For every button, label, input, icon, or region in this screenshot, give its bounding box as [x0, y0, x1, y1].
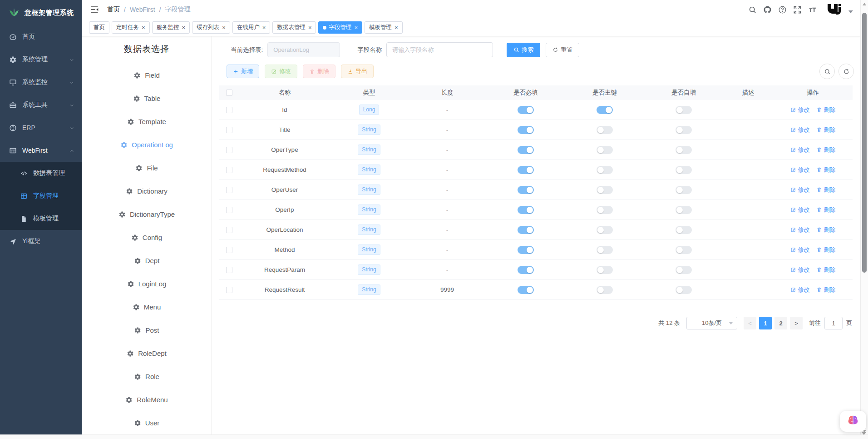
delete-link[interactable]: 删除: [816, 166, 836, 174]
row-checkbox[interactable]: [226, 127, 232, 133]
vertical-scrollbar[interactable]: [860, 0, 868, 434]
tree-item-Dictionary[interactable]: Dictionary: [82, 180, 212, 203]
tab-数据表管理[interactable]: 数据表管理 ×: [272, 21, 316, 34]
select-all-checkbox[interactable]: [226, 90, 232, 96]
primary-key-toggle[interactable]: [597, 126, 613, 134]
help-icon[interactable]: [778, 5, 787, 14]
close-icon[interactable]: ×: [222, 25, 226, 30]
sidebar-item-home[interactable]: 首页: [0, 25, 82, 48]
tree-item-Table[interactable]: Table: [82, 87, 212, 110]
required-toggle[interactable]: [518, 206, 534, 214]
auto-increment-toggle[interactable]: [676, 186, 692, 194]
edit-button[interactable]: 修改: [265, 65, 297, 78]
page-size-select[interactable]: 10条/页: [686, 317, 737, 329]
collapse-caret-icon[interactable]: [861, 432, 867, 435]
table-search-icon[interactable]: [819, 64, 835, 79]
tab-在线用户[interactable]: 在线用户 ×: [232, 21, 271, 34]
tree-item-RoleMenu[interactable]: RoleMenu: [82, 388, 212, 411]
edit-link[interactable]: 修改: [790, 226, 810, 234]
tab-模板管理[interactable]: 模板管理 ×: [365, 21, 403, 34]
tree-item-LoginLog[interactable]: LoginLog: [82, 272, 212, 295]
scrollbar-thumb[interactable]: [862, 13, 867, 273]
tree-item-Menu[interactable]: Menu: [82, 295, 212, 319]
close-icon[interactable]: ×: [182, 25, 186, 30]
row-checkbox[interactable]: [226, 267, 232, 273]
row-checkbox[interactable]: [226, 227, 232, 233]
close-icon[interactable]: ×: [308, 25, 312, 30]
delete-link[interactable]: 删除: [816, 266, 836, 274]
tree-item-Config[interactable]: Config: [82, 226, 212, 249]
row-checkbox[interactable]: [226, 207, 232, 213]
row-checkbox[interactable]: [226, 147, 232, 153]
table-refresh-icon[interactable]: [838, 64, 854, 79]
reset-button[interactable]: 重置: [546, 43, 579, 57]
primary-key-toggle[interactable]: [597, 206, 613, 214]
sidebar-item-system-tools[interactable]: 系统工具: [0, 94, 82, 116]
edit-link[interactable]: 修改: [790, 166, 810, 174]
auto-increment-toggle[interactable]: [676, 206, 692, 214]
delete-button[interactable]: 删除: [303, 65, 335, 78]
required-toggle[interactable]: [518, 126, 534, 134]
prev-page-button[interactable]: <: [744, 317, 756, 329]
sidebar-fold-icon[interactable]: [90, 5, 99, 14]
tree-item-Field[interactable]: Field: [82, 64, 212, 87]
required-toggle[interactable]: [518, 106, 534, 114]
row-checkbox[interactable]: [226, 287, 232, 293]
sidebar-item-template-mgmt[interactable]: 模板管理: [0, 207, 82, 230]
auto-increment-toggle[interactable]: [676, 126, 692, 134]
sidebar-item-system-monitor[interactable]: 系统监控: [0, 71, 82, 94]
row-checkbox[interactable]: [226, 247, 232, 253]
auto-increment-toggle[interactable]: [676, 146, 692, 154]
delete-link[interactable]: 删除: [816, 226, 836, 234]
tab-缓存列表[interactable]: 缓存列表 ×: [192, 21, 230, 34]
edit-link[interactable]: 修改: [790, 146, 810, 154]
add-button[interactable]: 新增: [227, 65, 259, 78]
page-button-2[interactable]: 2: [774, 317, 787, 329]
tree-item-User[interactable]: User: [82, 411, 212, 434]
primary-key-toggle[interactable]: [597, 226, 613, 234]
required-toggle[interactable]: [518, 226, 534, 234]
delete-link[interactable]: 删除: [816, 206, 836, 214]
sidebar-item-table-mgmt[interactable]: 数据表管理: [0, 162, 82, 185]
fontsize-icon[interactable]: [808, 5, 817, 14]
required-toggle[interactable]: [518, 246, 534, 254]
github-icon[interactable]: [763, 5, 772, 14]
scroll-up-arrow-icon[interactable]: [863, 3, 866, 5]
avatar[interactable]: [826, 3, 842, 16]
delete-link[interactable]: 删除: [816, 126, 836, 134]
sidebar-item-field-mgmt[interactable]: 字段管理: [0, 185, 82, 207]
close-icon[interactable]: ×: [395, 25, 398, 30]
row-checkbox[interactable]: [226, 107, 232, 113]
breadcrumb-item[interactable]: 字段管理: [165, 5, 191, 14]
tree-item-Template[interactable]: Template: [82, 110, 212, 133]
edit-link[interactable]: 修改: [790, 106, 810, 114]
tree-item-File[interactable]: File: [82, 156, 212, 180]
breadcrumb-item[interactable]: 首页: [107, 5, 120, 14]
tab-首页[interactable]: 首页: [89, 21, 109, 34]
edit-link[interactable]: 修改: [790, 266, 810, 274]
tab-服务监控[interactable]: 服务监控 ×: [152, 21, 190, 34]
auto-increment-toggle[interactable]: [676, 286, 692, 294]
required-toggle[interactable]: [518, 266, 534, 274]
close-icon[interactable]: ×: [142, 25, 145, 30]
tree-item-Post[interactable]: Post: [82, 319, 212, 342]
edit-link[interactable]: 修改: [790, 206, 810, 214]
sidebar-item-webfirst[interactable]: WebFirst: [0, 139, 82, 162]
delete-link[interactable]: 删除: [816, 146, 836, 154]
horizontal-scrollbar[interactable]: [0, 434, 868, 439]
primary-key-toggle[interactable]: [597, 266, 613, 274]
primary-key-toggle[interactable]: [597, 106, 613, 114]
edit-link[interactable]: 修改: [790, 126, 810, 134]
delete-link[interactable]: 删除: [816, 246, 836, 254]
sidebar-item-yi-framework[interactable]: Yi框架: [0, 230, 82, 253]
field-name-input[interactable]: [386, 42, 493, 57]
row-checkbox[interactable]: [226, 167, 232, 173]
sidebar-item-system-mgmt[interactable]: 系统管理: [0, 48, 82, 71]
tab-字段管理[interactable]: 字段管理 ×: [318, 21, 362, 34]
required-toggle[interactable]: [518, 286, 534, 294]
ai-assistant-button[interactable]: [840, 411, 866, 432]
fullscreen-icon[interactable]: [793, 5, 802, 14]
tab-定时任务[interactable]: 定时任务 ×: [112, 21, 150, 34]
edit-link[interactable]: 修改: [790, 286, 810, 294]
auto-increment-toggle[interactable]: [676, 266, 692, 274]
